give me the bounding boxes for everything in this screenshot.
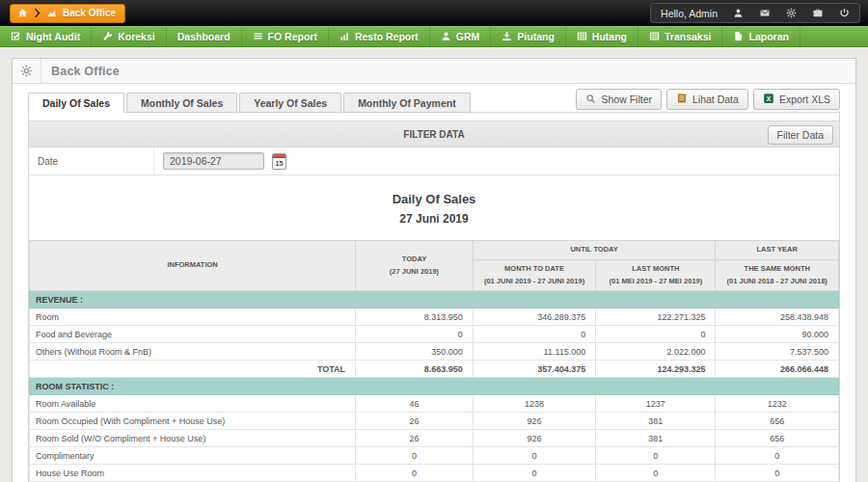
nav-label: Hutang	[592, 31, 627, 42]
nav-label: Night Audit	[26, 31, 80, 42]
user-icon	[441, 31, 451, 43]
table-row-others: Others (Without Room & FnB) 350.000 11.1…	[30, 343, 839, 361]
lihat-data-label: Lihat Data	[692, 94, 739, 105]
bar-chart-icon	[339, 31, 350, 43]
nav-item-dashboard[interactable]: Dashboard	[167, 27, 242, 46]
table-row-complimentary: Complimentary 0 0 0 0	[30, 447, 839, 465]
check-square-icon	[11, 31, 21, 43]
col-header-month-to-date: MONTH TO DATE (01 JUNI 2019 - 27 JUNI 20…	[473, 259, 596, 291]
nav-label: Resto Report	[355, 31, 419, 42]
report-title: Daily Of Sales	[29, 192, 839, 206]
table-row-room-occupied: Room Occupied (With Compliment + House U…	[30, 413, 839, 430]
panel-gear-icon[interactable]	[13, 59, 41, 83]
nav-label: FO Report	[268, 31, 317, 42]
col-header-until-today: UNTIL TODAY	[473, 241, 716, 260]
col-header-same-month: THE SAME MONTH (01 JUNI 2018 - 27 JUNI 2…	[716, 259, 839, 291]
breadcrumb[interactable]: Back Office	[10, 4, 125, 23]
file-icon	[733, 31, 744, 43]
col-header-information: INFORMATION	[30, 241, 356, 291]
user-menu-group: Hello, Admin	[650, 3, 860, 23]
top-bar: Back Office Hello, Admin	[0, 0, 868, 26]
table-row-room-sold: Room Sold (W/O Compliment + House Use) 2…	[30, 430, 839, 447]
section-row-revenue: REVENUE :	[30, 291, 839, 308]
briefcase-icon[interactable]	[812, 8, 824, 18]
calendar-day: 15	[273, 158, 285, 169]
page-title: Back Office	[41, 65, 120, 78]
tab-daily-of-sales[interactable]: Daily Of Sales	[28, 93, 124, 113]
section-header-room-statistic: ROOM STATISTIC :	[30, 378, 839, 395]
nav-item-fo-report[interactable]: FO Report	[242, 27, 329, 46]
panel-header: Back Office	[13, 59, 855, 84]
show-filter-button[interactable]: Show Filter	[576, 89, 662, 110]
calendar-icon[interactable]: 15	[272, 153, 286, 170]
filter-panel-header: FILTER DATA Filter Data	[29, 120, 839, 147]
nav-item-laporan[interactable]: Laporan	[722, 27, 800, 46]
table-row-revenue-total: TOTAL 8.663.950 357.404.375 124.293.325 …	[30, 361, 839, 378]
table-icon	[649, 31, 660, 43]
excel-icon: X	[763, 93, 774, 106]
report-subtitle: 27 Juni 2019	[29, 212, 839, 226]
power-icon[interactable]	[839, 8, 850, 18]
nav-label: Laporan	[748, 31, 788, 42]
action-buttons: Show Filter Lihat Data X Export XLS	[571, 89, 840, 110]
table-row-room-available: Room Available 46 1238 1237 1232	[30, 395, 839, 413]
show-filter-label: Show Filter	[601, 94, 652, 105]
nav-label: Piutang	[517, 31, 555, 42]
tab-monthly-of-payment[interactable]: Monthly Of Payment	[343, 93, 471, 113]
lihat-data-button[interactable]: Lihat Data	[666, 89, 748, 110]
user-greeting: Hello, Admin	[661, 8, 718, 19]
col-header-today: TODAY (27 JUNI 2019)	[356, 241, 474, 291]
user-icon[interactable]	[733, 8, 744, 18]
tabs-bar: Daily Of Sales Monthly Of Sales Yearly O…	[28, 92, 840, 112]
panel-body: Daily Of Sales Monthly Of Sales Yearly O…	[13, 84, 855, 482]
breadcrumb-label: Back Office	[63, 8, 116, 18]
filter-data-button[interactable]: Filter Data	[768, 125, 833, 145]
export-xls-button[interactable]: X Export XLS	[753, 89, 840, 110]
col-header-last-year: LAST YEAR	[716, 241, 839, 260]
nav-label: GRM	[456, 31, 480, 42]
table-icon	[577, 31, 587, 43]
nav-label: Transaksi	[665, 31, 711, 42]
back-office-panel: Back Office Daily Of Sales Monthly Of Sa…	[12, 58, 856, 482]
table-row-house-use-room: House Use Room 0 0 0 0	[30, 465, 839, 482]
nav-item-piutang[interactable]: Piutang	[491, 27, 566, 46]
nav-item-transaksi[interactable]: Transaksi	[638, 27, 722, 46]
nav-item-hutang[interactable]: Hutang	[566, 27, 638, 46]
export-xls-label: Export XLS	[779, 94, 830, 105]
chevron-right-icon	[34, 5, 41, 22]
search-icon	[585, 94, 596, 106]
wrench-icon	[102, 31, 113, 43]
gear-icon[interactable]	[786, 8, 797, 18]
svg-text:X: X	[767, 95, 772, 102]
download-icon	[502, 31, 512, 43]
date-label: Date	[29, 147, 154, 174]
book-icon	[676, 93, 688, 106]
list-icon	[253, 31, 263, 43]
date-input[interactable]	[163, 152, 264, 170]
table-row-food-beverage: Food and Beverage 0 0 0 90.000	[30, 326, 839, 343]
tab-content: FILTER DATA Filter Data Date 15 Daily Of…	[28, 112, 840, 482]
main-nav: Night Audit Koreksi Dashboard FO Report …	[0, 26, 868, 47]
tab-monthly-of-sales[interactable]: Monthly Of Sales	[126, 93, 237, 113]
col-header-last-month: LAST MONTH (01 MEI 2019 - 27 MEI 2019)	[596, 259, 716, 291]
table-row-room: Room 8.313.950 346.289.375 122.271.325 2…	[30, 308, 839, 326]
nav-label: Dashboard	[177, 31, 231, 42]
filter-date-row: Date 15	[29, 147, 839, 175]
tab-yearly-of-sales[interactable]: Yearly Of Sales	[239, 93, 341, 113]
section-row-room-statistic: ROOM STATISTIC :	[30, 378, 839, 395]
filter-panel-title: FILTER DATA	[403, 129, 464, 140]
chart-area-icon	[46, 5, 57, 22]
nav-item-koreksi[interactable]: Koreksi	[92, 27, 167, 46]
mail-icon[interactable]	[759, 8, 771, 18]
nav-item-grm[interactable]: GRM	[430, 27, 492, 46]
nav-item-night-audit[interactable]: Night Audit	[0, 27, 92, 46]
home-icon[interactable]	[17, 5, 28, 22]
section-header-revenue: REVENUE :	[30, 291, 839, 308]
nav-label: Koreksi	[118, 31, 155, 42]
nav-item-resto-report[interactable]: Resto Report	[329, 27, 430, 46]
daily-sales-table: INFORMATION TODAY (27 JUNI 2019) UNTIL T…	[29, 240, 839, 482]
